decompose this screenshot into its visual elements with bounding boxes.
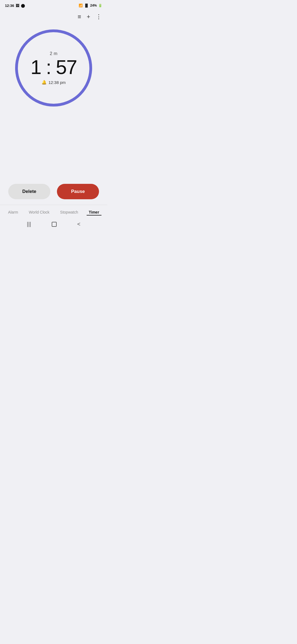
list-icon[interactable]: ≡	[78, 13, 81, 20]
action-buttons: Delete Pause	[0, 178, 107, 205]
battery-percent: 24%	[90, 4, 97, 7]
toolbar: ≡ + ⋮	[0, 10, 107, 23]
photo-icon: 🖼	[16, 4, 19, 8]
battery-icon: 🔋	[98, 4, 102, 7]
pause-button[interactable]: Pause	[57, 184, 99, 199]
bell-icon: 🔔	[42, 80, 47, 85]
assistant-icon: ⬤	[21, 4, 25, 8]
status-time: 12:36	[5, 4, 14, 8]
timer-circle: 2 m 1 : 57 🔔 12:38 pm	[14, 28, 94, 108]
timer-label: 2 m	[50, 51, 57, 56]
system-nav: ||| <	[0, 217, 107, 232]
timer-content: 2 m 1 : 57 🔔 12:38 pm	[31, 51, 77, 85]
nav-item-stopwatch[interactable]: Stopwatch	[58, 209, 80, 215]
status-bar: 12:36 🖼 ⬤ 📶 ▐▌ 24% 🔋	[0, 0, 107, 10]
wifi-icon: 📶	[79, 4, 83, 7]
delete-button[interactable]: Delete	[8, 184, 50, 199]
add-icon[interactable]: +	[87, 13, 90, 20]
more-icon[interactable]: ⋮	[96, 13, 102, 20]
timer-alarm: 🔔 12:38 pm	[42, 80, 66, 85]
alarm-time: 12:38 pm	[48, 80, 66, 85]
back-icon[interactable]: <	[77, 221, 81, 227]
spacer	[0, 111, 107, 178]
home-icon[interactable]	[52, 222, 57, 227]
nav-item-timer[interactable]: Timer	[87, 209, 101, 215]
timer-display: 1 : 57	[31, 57, 77, 77]
status-left: 12:36 🖼 ⬤	[5, 4, 25, 8]
status-right: 📶 ▐▌ 24% 🔋	[79, 4, 102, 7]
bottom-nav: Alarm World Clock Stopwatch Timer	[0, 205, 107, 217]
nav-item-alarm[interactable]: Alarm	[6, 209, 20, 215]
nav-item-world-clock[interactable]: World Clock	[27, 209, 52, 215]
recent-apps-icon[interactable]: |||	[27, 221, 31, 227]
signal-icon: ▐▌	[84, 4, 89, 7]
timer-area: 2 m 1 : 57 🔔 12:38 pm	[0, 23, 107, 111]
